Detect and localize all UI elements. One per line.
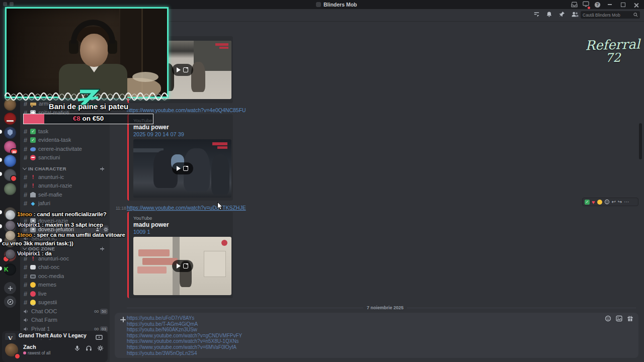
- chevron-down-icon: [23, 166, 27, 170]
- embed-provider: YouTube: [133, 215, 152, 221]
- server-badge: 30: [10, 148, 18, 154]
- speech-emoji-icon: [30, 265, 36, 269]
- username: Zach: [23, 344, 36, 350]
- channel-live[interactable]: #live: [23, 290, 108, 298]
- channel-anunturi-razie[interactable]: #anunturi-razie: [23, 182, 108, 190]
- server-icon-2[interactable]: [4, 113, 16, 125]
- embed-description[interactable]: 2025 09 20 14 07 39: [133, 131, 184, 137]
- voice-channel-chat-farm[interactable]: Chat Farm: [23, 316, 108, 324]
- server-icon-7[interactable]: [4, 183, 16, 195]
- no-entry-emoji-icon: [30, 155, 36, 160]
- hash-icon: #: [23, 128, 28, 135]
- unread-pill: [0, 172, 2, 176]
- user-settings-gear-icon[interactable]: [97, 345, 104, 351]
- date-divider-label: 7 noiembrie 2025: [363, 305, 407, 310]
- video-thumbnail-2[interactable]: [133, 139, 231, 198]
- speaker-icon: [23, 317, 29, 323]
- headphones-icon[interactable]: [86, 345, 92, 351]
- hash-icon: #: [23, 273, 28, 280]
- embed-description[interactable]: 1009 1: [133, 229, 150, 235]
- add-reaction-icon[interactable]: [604, 199, 610, 205]
- laugh-reaction-icon[interactable]: [597, 200, 602, 205]
- emoji-picker-icon[interactable]: [605, 315, 611, 322]
- server-icon-6[interactable]: [4, 169, 16, 181]
- pinned-messages-icon[interactable]: [558, 11, 565, 18]
- server-icon-3[interactable]: [4, 127, 16, 139]
- channel-header: Caută Blinders Mob: [110, 9, 644, 22]
- titlebar-left-icons: [3, 2, 14, 6]
- search-placeholder: Caută Blinders Mob: [583, 13, 633, 18]
- play-button[interactable]: [172, 162, 193, 174]
- search-icon: [633, 13, 638, 17]
- forward-icon[interactable]: ↪: [618, 200, 622, 205]
- message-composer[interactable]: https://youtu.be/uFoD7rV8AYs https://you…: [115, 313, 638, 358]
- maximize-button[interactable]: [619, 1, 627, 8]
- speaker-icon: [23, 309, 29, 314]
- create-channel-icon[interactable]: [100, 166, 105, 171]
- unread-pill: [0, 158, 2, 162]
- attach-plus-icon[interactable]: [119, 316, 127, 323]
- play-button[interactable]: [172, 64, 193, 76]
- help-icon[interactable]: ?: [594, 2, 601, 8]
- server-badge-dot: [10, 175, 17, 182]
- channel-seif-mafie[interactable]: #seif-mafie: [23, 191, 108, 199]
- hash-icon: #: [23, 137, 28, 143]
- server-mini-icon: [316, 2, 321, 7]
- channel-evidenta-task[interactable]: #evidenta-task: [23, 136, 108, 144]
- channel-chat-ooc[interactable]: #chat-ooc: [23, 263, 108, 271]
- chat-scrollbar[interactable]: [639, 123, 642, 159]
- composer-text[interactable]: https://youtu.be/uFoD7rV8AYs https://you…: [127, 315, 600, 356]
- close-button[interactable]: [632, 1, 640, 8]
- category-in-character[interactable]: IN CHARACTER: [23, 166, 105, 171]
- more-actions-icon[interactable]: ···: [624, 200, 629, 205]
- unread-pill: [0, 130, 2, 134]
- laugh-emoji-icon: [30, 282, 36, 288]
- hash-icon: #: [23, 200, 28, 207]
- members-icon[interactable]: [571, 11, 579, 18]
- chat-avatar: [5, 230, 16, 241]
- add-server-button[interactable]: [4, 282, 16, 294]
- hash-icon: #: [23, 154, 28, 161]
- play-icon: [177, 166, 181, 171]
- search-input[interactable]: Caută Blinders Mob: [581, 11, 640, 19]
- youtube-embed-2: YouTube madu power 2025 09 20 14 07 39: [127, 114, 233, 201]
- unread-pill: [0, 266, 2, 270]
- channel-ooc-media[interactable]: #ooc-media: [23, 272, 108, 280]
- reply-icon[interactable]: ↩: [612, 200, 616, 205]
- heart-reaction-icon[interactable]: ♥: [592, 200, 595, 205]
- voice-user-limit: 0050: [94, 309, 108, 314]
- explore-servers-button[interactable]: [4, 296, 16, 308]
- server-icon-5[interactable]: [4, 155, 16, 167]
- server-icon-4[interactable]: 30: [4, 141, 16, 153]
- check-reaction-icon[interactable]: ✓: [585, 200, 590, 205]
- popout-icon: [183, 67, 188, 72]
- channel-anunturi-ic[interactable]: #anunturi-ic: [23, 173, 108, 181]
- gift-icon[interactable]: [627, 315, 633, 322]
- hash-icon: #: [23, 146, 28, 152]
- channel-cerere-inactivitate[interactable]: #cerere-inactivitate: [23, 145, 108, 153]
- minimize-button[interactable]: [606, 1, 614, 8]
- channel-jafuri[interactable]: #jafuri: [23, 199, 108, 207]
- channel-sugestii[interactable]: #sugestii: [23, 298, 108, 306]
- video-thumbnail-3[interactable]: [133, 237, 231, 295]
- channel-task[interactable]: #task: [23, 127, 108, 135]
- threads-icon[interactable]: [533, 11, 540, 18]
- svg-text:?: ?: [596, 2, 599, 7]
- server-icon-12[interactable]: K: [4, 263, 16, 276]
- embed-title[interactable]: madu power: [133, 124, 169, 131]
- stream-chat-message: Volpirix1 : maxim in 3 săpt incep: [2, 221, 129, 229]
- play-button[interactable]: [172, 260, 193, 272]
- message-link-hovered[interactable]: https://www.youtube.com/watch?v=uDaTTKSZ…: [127, 205, 246, 211]
- inbox-icon[interactable]: [571, 2, 578, 8]
- hud-overlay: [215, 43, 228, 46]
- voice-channel-chat-ooc[interactable]: Chat OOC 0050: [23, 307, 108, 315]
- channel-memes[interactable]: #memes: [23, 281, 108, 289]
- screen-share-status-icon[interactable]: [583, 0, 589, 9]
- microphone-icon[interactable]: [74, 345, 80, 351]
- play-icon: [177, 263, 181, 268]
- notifications-bell-icon[interactable]: [546, 11, 552, 18]
- live-indicator-dot: [588, 7, 590, 9]
- embed-title[interactable]: madu power: [133, 221, 169, 228]
- gif-picker-icon[interactable]: [616, 315, 622, 322]
- channel-sanctiuni[interactable]: #sanctiuni: [23, 153, 108, 161]
